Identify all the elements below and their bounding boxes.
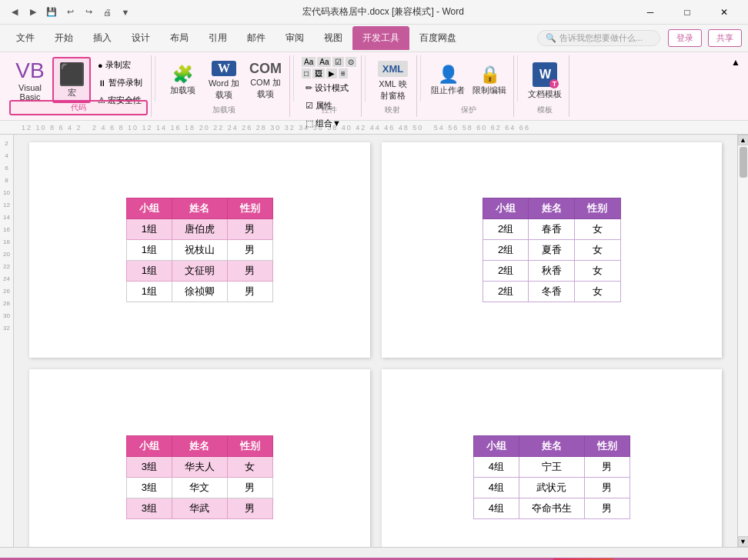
search-placeholder: 告诉我您想要做什么...	[559, 32, 643, 44]
macro-label: 宏	[68, 87, 76, 98]
scroll-down-btn[interactable]: ▼	[738, 536, 749, 547]
vb-label: Visual Basic	[13, 83, 47, 102]
t1-r3-c2: 文征明	[172, 261, 227, 282]
tab-review[interactable]: 审阅	[275, 26, 314, 50]
ctrl-btn5[interactable]: ▶	[326, 68, 337, 78]
ctrl-btn4[interactable]: 🖼	[312, 68, 325, 78]
separator-4	[420, 55, 421, 102]
share-btn[interactable]: 共享	[708, 29, 742, 47]
collapse-ribbon-btn[interactable]: ▲	[731, 57, 740, 68]
save-btn-qa[interactable]: 💾	[43, 4, 60, 21]
login-btn[interactable]: 登录	[668, 29, 702, 47]
combine-btn[interactable]: ⬚ 组合▼	[302, 115, 356, 132]
horizontal-scrollbar[interactable]	[0, 547, 748, 558]
doc-template-btn[interactable]: WT 文档模板	[526, 57, 564, 103]
tab-file[interactable]: 文件	[6, 26, 45, 50]
com-addin-btn[interactable]: COM COM 加载项	[246, 57, 285, 103]
table-row: 4组 夺命书生 男	[473, 498, 629, 518]
tab-mailings[interactable]: 邮件	[237, 26, 275, 50]
t3-r3-c2: 华武	[172, 498, 227, 518]
back-btn[interactable]: ◀	[6, 4, 23, 21]
print-btn[interactable]: 🖨	[99, 4, 115, 21]
table-row: 2组 秋香 女	[483, 261, 620, 282]
ctrl-btn1[interactable]: ☑	[332, 57, 344, 67]
xml-mapping-btn[interactable]: XML XML 映射窗格	[373, 57, 412, 103]
word-addin-btn[interactable]: W Word 加载项	[205, 57, 243, 103]
xml-icon: XML	[378, 61, 408, 77]
t2-r2-c2: 夏香	[529, 240, 575, 261]
document-area: 2 4 6 8 10 12 14 16 18 20 22 24 26 28 30…	[0, 135, 748, 547]
vr-10: 10	[0, 187, 13, 199]
tab-developer[interactable]: 开发工具	[352, 26, 409, 50]
t2-r3-c2: 秋香	[529, 261, 575, 282]
tab-layout[interactable]: 布局	[160, 26, 199, 50]
vr-28: 28	[0, 298, 13, 310]
vr-8: 8	[0, 175, 13, 187]
tab-baidu[interactable]: 百度网盘	[409, 26, 466, 50]
controls-row2: □ 🖼 ▶ ≡	[302, 68, 356, 78]
table-row: 1组 徐祯卿 男	[126, 282, 272, 302]
t2-h1: 小组	[483, 198, 529, 219]
ctrl-btn2[interactable]: ⊙	[346, 57, 356, 67]
restrict-edit-btn[interactable]: 🔒 限制编辑	[470, 57, 509, 103]
record-label: 录制宏	[105, 59, 131, 71]
addin-btn[interactable]: 🧩 加载项	[163, 57, 202, 103]
t3-r1-c2: 华夫人	[172, 456, 227, 477]
t1-r2-c3: 男	[227, 240, 272, 261]
record-macro-btn[interactable]: ● 录制宏	[94, 57, 146, 73]
block-author-btn[interactable]: 👤 阻止作者	[429, 57, 467, 103]
scroll-up-btn[interactable]: ▲	[738, 135, 749, 145]
vertical-ruler: 2 4 6 8 10 12 14 16 18 20 22 24 26 28 30…	[0, 135, 14, 547]
visual-basic-btn[interactable]: VB Visual Basic	[11, 57, 49, 103]
table-row: 1组 唐伯虎 男	[126, 219, 272, 240]
vr-2: 2	[0, 138, 13, 150]
table-row: 2组 春香 女	[483, 219, 620, 240]
undo-btn[interactable]: ↩	[62, 4, 78, 21]
pause-recording-btn[interactable]: ⏸ 暂停录制	[94, 75, 146, 91]
vr-12: 12	[0, 199, 13, 212]
t1-h2: 姓名	[172, 198, 227, 219]
minimize-btn[interactable]: ─	[633, 0, 668, 25]
aa-btn1[interactable]: Aa	[302, 57, 316, 67]
t3-r2-c3: 男	[227, 477, 272, 498]
t1-r1-c2: 唐伯虎	[172, 219, 227, 240]
vertical-scrollbar[interactable]: ▲ ▼	[737, 135, 748, 547]
com-addin-label: COM 加载项	[249, 77, 282, 100]
tab-design[interactable]: 设计	[122, 26, 160, 50]
search-box[interactable]: 🔍 告诉我您想要做什么...	[537, 30, 660, 46]
ribbon-group-controls: Aa Aa ☑ ⊙ □ 🖼 ▶ ≡ ✏ 设计模式	[297, 55, 362, 117]
collapse-ribbon: ▲	[730, 55, 742, 69]
table-row: 2组 夏香 女	[483, 240, 620, 261]
design-mode-btn[interactable]: ✏ 设计模式	[302, 80, 356, 96]
maximize-btn[interactable]: □	[670, 0, 705, 25]
customize-btn[interactable]: ▼	[117, 4, 134, 21]
t1-r4-c2: 徐祯卿	[172, 282, 227, 302]
document-content[interactable]: 小组 姓名 性别 1组 唐伯虎 男 1组 祝枝山	[14, 135, 737, 547]
t2-r3-c1: 2组	[483, 261, 529, 282]
vr-6: 6	[0, 162, 13, 175]
close-btn[interactable]: ✕	[706, 0, 742, 25]
t2-h2: 姓名	[529, 198, 575, 219]
t4-r1-c1: 4组	[473, 456, 519, 477]
word-icon: W	[212, 61, 236, 76]
t4-h3: 性别	[584, 435, 629, 456]
t1-r3-c3: 男	[227, 261, 272, 282]
record-icon: ●	[98, 61, 103, 70]
tab-references[interactable]: 引用	[199, 26, 237, 50]
ctrl-btn3[interactable]: □	[302, 68, 311, 78]
redo-btn[interactable]: ↪	[80, 4, 97, 21]
aa-btn2[interactable]: Aa	[317, 57, 331, 67]
tab-insert[interactable]: 插入	[83, 26, 122, 50]
tab-header-area: 文件 开始 插入 设计 布局 引用 邮件 审阅 视图 开发工具 百度网盘 🔍 告…	[0, 25, 748, 52]
table-row: 4组 武状元 男	[473, 477, 629, 498]
t3-r3-c1: 3组	[126, 498, 172, 518]
t1-r1-c3: 男	[227, 219, 272, 240]
scroll-track[interactable]	[738, 145, 748, 536]
ctrl-btn6[interactable]: ≡	[339, 68, 348, 78]
tab-home[interactable]: 开始	[45, 26, 83, 50]
t4-r3-c2: 夺命书生	[519, 498, 584, 518]
forward-btn[interactable]: ▶	[25, 4, 42, 21]
tab-view[interactable]: 视图	[314, 26, 352, 50]
scroll-thumb[interactable]	[740, 147, 747, 178]
macro-btn[interactable]: ⬛ 宏	[52, 57, 91, 103]
